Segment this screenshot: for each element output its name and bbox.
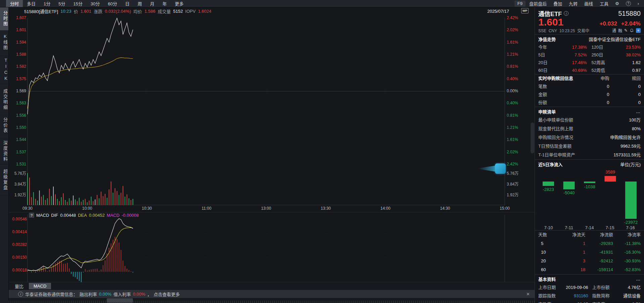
iopv-value: 1.6024 [198, 9, 211, 14]
comet-tail-icon [478, 165, 496, 172]
nav-section-title: 净值走势 [538, 36, 556, 42]
symbol-label: 515880[通信ETF] [24, 8, 58, 14]
lend-rate-value: 0.00% [99, 292, 111, 297]
period-tab-multiday[interactable]: 多日 [23, 0, 40, 7]
realtime-row: 份额00 [538, 99, 641, 107]
wp-window-icon[interactable]: WP [521, 8, 529, 13]
close-icon[interactable]: ✕ [526, 292, 530, 297]
macd-value-label: MACD [107, 213, 119, 218]
nav-row: 60日40.69%52周低0.97 [538, 66, 641, 74]
dea-label: DEA [78, 213, 87, 218]
price-axis-label: 1.588 [9, 52, 26, 57]
dif-label: DIF [51, 213, 58, 218]
time-axis-label: 14:30 [437, 206, 453, 211]
period-tab-week[interactable]: 周 [134, 0, 146, 7]
settings-gear-icon[interactable]: ⚙ [612, 0, 622, 7]
f9-button[interactable]: F9 [514, 1, 526, 7]
comet-widget[interactable] [478, 163, 506, 174]
period-tab-60min[interactable]: 60分 [104, 0, 121, 7]
volume-axis-label: 1.92万 [9, 192, 26, 197]
sidebar-item-trade-detail[interactable]: 成交明细 [0, 86, 8, 114]
chevron-right-icon[interactable]: › [635, 0, 642, 7]
overlay-button[interactable]: 叠加 [550, 0, 565, 7]
tracking-index-link[interactable]: 931160 [559, 292, 588, 299]
shenshu-row: 现金替代比例上限80% [538, 124, 641, 133]
period-tab-5min[interactable]: 5分 [54, 0, 69, 7]
help-icon[interactable]: ? [623, 0, 634, 7]
price-change: +0.032 [599, 20, 617, 27]
shenshu-row: 申购赎回允许情况申购赎回皆允许 [538, 133, 641, 142]
inflow-date: 7-16 [620, 225, 641, 230]
inflow-unit: 单位(万元) [620, 161, 641, 167]
period-tab-day[interactable]: 日 [121, 0, 134, 7]
inflow-dates: 7-10 7-11 7-14 7-15 7-16 [535, 225, 644, 230]
sidebar-item-timeshare-chart[interactable]: 分时图 [0, 7, 8, 31]
alert-bell-icon[interactable] [630, 28, 634, 33]
percent-axis-label: 0.81% [507, 64, 526, 69]
period-tab-30min[interactable]: 30分 [87, 0, 104, 7]
svg-text:-2823: -2823 [543, 187, 554, 192]
overview-strip[interactable] [9, 298, 535, 303]
inflow-date: 7-15 [600, 225, 620, 230]
price-axis-label: 1.556 [9, 113, 26, 118]
percent-axis-label: 1.61% [507, 137, 526, 142]
price-value: 1.601 [81, 9, 92, 14]
info-circle-icon: i [18, 292, 23, 297]
period-tab-1min[interactable]: 1分 [40, 0, 54, 7]
tools-button[interactable]: 工具 [597, 0, 611, 7]
comma-text: ， [147, 291, 152, 297]
volume-value: 5152 [173, 9, 183, 14]
percent-axis-label: 1.61% [507, 40, 526, 45]
tab-macd[interactable]: MACD [29, 283, 51, 289]
price-axis-label: 1.582 [9, 64, 26, 69]
svg-text:3589: 3589 [605, 169, 615, 174]
nav-row: 今年17.38%120日23.53% [538, 43, 641, 51]
period-tabs: 分时 多日 1分 5分 15分 30分 60分 日 周 月 年 更多 [0, 0, 188, 7]
sidebar-item-tick[interactable]: TICK [0, 54, 8, 86]
overview-thumb[interactable] [107, 298, 133, 303]
percent-axis-label: 2.42% [507, 162, 526, 166]
intraday-chart: » 1.6071.6011.5941.5881.5821.5751.5691.5… [9, 15, 535, 212]
period-tab-more[interactable]: 更多 [171, 0, 188, 7]
period-tab-timeshare[interactable]: 分时 [6, 0, 23, 7]
period-tab-year[interactable]: 年 [158, 0, 171, 7]
volume-axis-label: 1.92万 [507, 192, 526, 197]
edit-pencil-icon[interactable]: ✎ [624, 28, 628, 33]
percent-axis-label: 0.40% [507, 101, 526, 105]
price-axis-label: 1.569 [9, 89, 26, 93]
price-axis-label: 1.563 [9, 101, 26, 105]
tab-volume-ratio[interactable]: 量比 [10, 282, 28, 290]
shenshu-row: T日预估现金差额9962.59元 [538, 142, 641, 151]
more-icon[interactable]: … [636, 109, 641, 114]
chart-column: 515880[通信ETF] 10:23 价 1.601 涨跌 0.032(2.0… [9, 7, 535, 303]
quote-time: 10:23 [60, 9, 71, 14]
basic-row: 跟踪指数931160指数简称通信设备 [538, 292, 641, 300]
add-to-watchlist-icon[interactable]: + [636, 28, 641, 33]
flow-table-section: 天数净流天净流额净流率 51-29283-11.38% 101-41931-16… [535, 230, 644, 274]
draw-line-button[interactable]: 画线 [581, 0, 596, 7]
scrollbar-thumb[interactable] [531, 122, 534, 153]
basic-info-section: 基本资料… 上市日期2019-09-06上市份额4.76亿 跟踪指数931160… [535, 274, 644, 303]
index-full-name: 国泰中证全指通信设备ETF [589, 36, 641, 42]
sidebar-item-kline-chart[interactable]: K线图 [0, 31, 8, 54]
sidebar-item-price-distribution[interactable]: 分价表 [0, 114, 8, 137]
time-axis-label: 13:00 [258, 206, 274, 211]
margin-info-bar[interactable]: i 华泰证券融券通供需信息： 融出利率 0.00% 借入利率 0.00% ， 点… [9, 290, 535, 298]
period-tab-month[interactable]: 月 [146, 0, 158, 7]
period-tab-15min[interactable]: 15分 [69, 0, 87, 7]
help-question-icon: ? [626, 1, 631, 6]
see-more-link[interactable]: 点击查看更多 [154, 291, 180, 297]
percent-axis-label: 2.42% [507, 15, 526, 20]
volume-axis-label: 5.76万 [507, 170, 526, 176]
svg-text:-5040: -5040 [563, 190, 575, 195]
realtime-subscription-section: 实时申购赎回信息申购赎回 笔数00 金额00 份额00 [535, 74, 644, 107]
sidebar-item-depth-info[interactable]: 深度资料 [0, 137, 8, 166]
sidebar-item-super-replay[interactable]: 超级复盘 [0, 166, 8, 194]
macd-help-icon[interactable]: ? [29, 213, 34, 218]
more-icon[interactable]: … [636, 276, 641, 282]
toolbar-right-tools: F9 盘前盘后 叠加 九转 画线 工具 ⚙ ? › [514, 0, 644, 7]
time-axis-label: 11:00 [199, 206, 214, 211]
pre-post-market-button[interactable]: 盘前盘后 [526, 0, 550, 7]
nine-turn-button[interactable]: 九转 [566, 0, 581, 7]
info-icon[interactable]: i [564, 11, 568, 16]
